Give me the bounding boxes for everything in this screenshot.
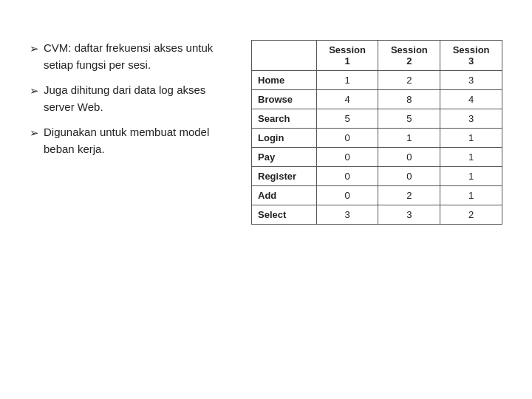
cell-browse-s2: 8 <box>378 90 440 109</box>
bullet-text: CVM: daftar frekuensi akses untuk setiap… <box>44 40 236 73</box>
row-label: Select <box>252 205 317 225</box>
bullet-item: ➢Juga dihitung dari data log akses serve… <box>30 82 236 115</box>
cell-select-s3: 2 <box>440 205 502 225</box>
cell-home-s1: 1 <box>316 71 378 90</box>
row-label: Home <box>252 71 317 90</box>
table-header-session: Session2 <box>378 41 440 71</box>
table-row: Search553 <box>252 109 502 129</box>
table-header-empty <box>252 41 317 71</box>
cell-browse-s3: 4 <box>440 90 502 109</box>
cell-add-s1: 0 <box>316 186 378 205</box>
cell-pay-s1: 0 <box>316 148 378 167</box>
cell-home-s3: 3 <box>440 71 502 90</box>
table-row: Select332 <box>252 205 502 225</box>
header-num: 1 <box>344 55 349 66</box>
header-label: Session <box>453 44 490 55</box>
bullet-item: ➢CVM: daftar frekuensi akses untuk setia… <box>30 40 236 73</box>
bullet-item: ➢Digunakan untuk membuat model beban ker… <box>30 124 236 157</box>
header-label: Session <box>391 44 428 55</box>
left-panel: ➢CVM: daftar frekuensi akses untuk setia… <box>30 40 236 166</box>
table-row: Register001 <box>252 167 502 186</box>
table-row: Home123 <box>252 71 502 90</box>
cell-search-s3: 3 <box>440 109 502 129</box>
header-num: 3 <box>468 55 474 66</box>
cell-search-s1: 5 <box>316 109 378 129</box>
cell-login-s3: 1 <box>440 129 502 148</box>
table-row: Browse484 <box>252 90 502 109</box>
cell-home-s2: 2 <box>378 71 440 90</box>
row-label: Pay <box>252 148 317 167</box>
row-label: Browse <box>252 90 317 109</box>
table-row: Add021 <box>252 186 502 205</box>
cell-pay-s3: 1 <box>440 148 502 167</box>
bullet-arrow-icon: ➢ <box>30 41 39 58</box>
cell-login-s2: 1 <box>378 129 440 148</box>
cell-add-s3: 1 <box>440 186 502 205</box>
table-header-session: Session3 <box>440 41 502 71</box>
content-area: ➢CVM: daftar frekuensi akses untuk setia… <box>30 40 502 225</box>
cell-add-s2: 2 <box>378 186 440 205</box>
row-label: Login <box>252 129 317 148</box>
header-label: Session <box>329 44 366 55</box>
row-label: Search <box>252 109 317 129</box>
cvm-table: Session1Session2Session3 Home123Browse48… <box>251 40 502 225</box>
cell-register-s2: 0 <box>378 167 440 186</box>
cell-pay-s2: 0 <box>378 148 440 167</box>
cell-login-s1: 0 <box>316 129 378 148</box>
cell-select-s1: 3 <box>316 205 378 225</box>
cell-register-s3: 1 <box>440 167 502 186</box>
bullet-text: Digunakan untuk membuat model beban kerj… <box>44 124 236 157</box>
bullet-arrow-icon: ➢ <box>30 83 39 100</box>
table-header-session: Session1 <box>316 41 378 71</box>
cell-select-s2: 3 <box>378 205 440 225</box>
table-row: Pay001 <box>252 148 502 167</box>
page-container: ➢CVM: daftar frekuensi akses untuk setia… <box>0 0 532 399</box>
cell-browse-s1: 4 <box>316 90 378 109</box>
row-label: Add <box>252 186 317 205</box>
cell-register-s1: 0 <box>316 167 378 186</box>
row-label: Register <box>252 167 317 186</box>
right-panel: Session1Session2Session3 Home123Browse48… <box>251 40 502 225</box>
header-num: 2 <box>406 55 412 66</box>
cell-search-s2: 5 <box>378 109 440 129</box>
table-row: Login011 <box>252 129 502 148</box>
bullet-arrow-icon: ➢ <box>30 125 39 142</box>
table-body: Home123Browse484Search553Login011Pay001R… <box>252 71 502 225</box>
table-header-row: Session1Session2Session3 <box>252 41 502 71</box>
bullet-text: Juga dihitung dari data log akses server… <box>44 82 236 115</box>
